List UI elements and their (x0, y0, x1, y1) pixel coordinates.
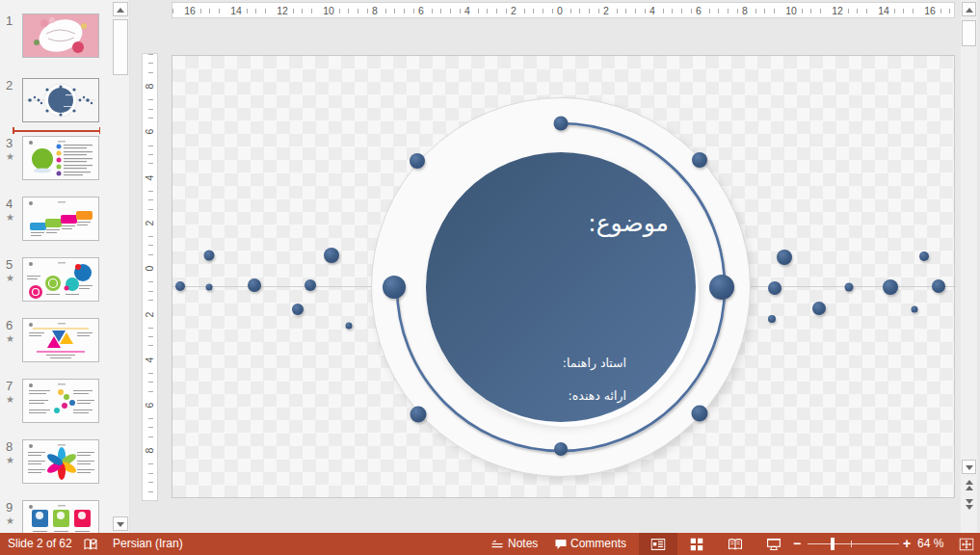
zoom-out-button[interactable]: − (793, 533, 801, 555)
slide-thumbnail-7[interactable]: 7 ★ (0, 379, 130, 423)
v-ruler-number: 2 (144, 217, 156, 229)
slide-thumbnail-image[interactable] (22, 500, 99, 533)
pink-floral-art (23, 14, 98, 57)
slide-number: 9 (6, 500, 21, 515)
animation-star-icon: ★ (6, 333, 14, 344)
slide-thumbnail-image[interactable] (22, 379, 99, 423)
h-ruler-number: 4 (647, 5, 658, 17)
notes-button[interactable]: Notes (508, 533, 538, 555)
slide-sorter-icon (691, 538, 703, 550)
zoom-slider-midpoint (851, 541, 852, 547)
slide-sorter-view-button[interactable] (677, 533, 716, 555)
green-circle-list-art (23, 137, 98, 179)
fit-slide-to-window-button[interactable] (957, 533, 976, 555)
double-arrow-up-icon (966, 480, 973, 485)
h-ruler-number: 0 (554, 5, 566, 17)
slide-title-text[interactable]: موضوع: (577, 208, 669, 239)
arrow-down-icon (117, 522, 124, 527)
v-ruler-number: 4 (144, 172, 156, 184)
slide-number: 1 (6, 13, 21, 28)
spell-check-icon[interactable] (82, 533, 99, 555)
slide-counter[interactable]: Slide 2 of 62 (8, 533, 72, 555)
four-circles-art (23, 258, 98, 301)
slide-number: 7 (6, 379, 21, 393)
slide-thumbnail-image[interactable] (22, 439, 99, 484)
thumbnail-scrollbar-thumb[interactable] (113, 19, 128, 75)
scrollbar-thumb[interactable] (962, 20, 976, 46)
previous-slide-button[interactable] (962, 480, 976, 493)
slide-number: 8 (6, 439, 21, 454)
v-ruler-number: 2 (144, 308, 156, 321)
slide-thumbnail-image[interactable] (22, 197, 99, 241)
zoom-in-button[interactable]: + (903, 533, 911, 555)
title-circle[interactable] (426, 152, 696, 422)
animation-star-icon: ★ (6, 273, 14, 283)
next-slide-button[interactable] (962, 499, 976, 513)
h-ruler-number: 16 (181, 5, 199, 17)
h-ruler-number: 12 (274, 5, 291, 17)
h-ruler-number: 6 (415, 5, 427, 17)
presenter-text[interactable]: ارائه دهنده: (542, 388, 626, 403)
v-ruler-number: 0 (144, 262, 156, 275)
triangle-cycle-art (23, 319, 98, 361)
h-ruler-number: 8 (369, 5, 381, 17)
language-indicator[interactable]: Persian (Iran) (113, 533, 183, 555)
arrow-up-icon (966, 8, 973, 13)
normal-view-icon (651, 539, 666, 550)
slide-thumbnail-6[interactable]: 6 ★ (0, 318, 130, 362)
slide-canvas[interactable]: موضوع: استاد راهنما: ارائه دهنده: (172, 55, 955, 498)
ruler-ticks (148, 54, 153, 500)
reading-view-icon (728, 539, 743, 550)
animation-star-icon: ★ (6, 394, 14, 405)
slide-thumbnail-2[interactable]: 2 (0, 78, 130, 122)
slide-thumbnail-8[interactable]: 8 ★ (0, 439, 130, 484)
slide-thumbnail-5[interactable]: 5 ★ (0, 257, 130, 302)
h-ruler-number: 14 (875, 5, 892, 17)
slide-thumbnail-4[interactable]: 4 ★ (0, 197, 130, 241)
slide-thumbnail-1[interactable]: 1 (0, 13, 130, 58)
zoom-slider-thumb[interactable] (831, 538, 834, 550)
animation-star-icon: ★ (6, 455, 14, 465)
three-cards-art (23, 501, 98, 533)
slide-thumbnail-image[interactable] (22, 257, 99, 302)
vertical-ruler[interactable]: 864202468 (142, 53, 158, 501)
petal-flower-art (23, 440, 98, 483)
h-ruler-number: 14 (227, 5, 245, 17)
slide-number: 3 (6, 136, 21, 150)
slide-number: 2 (6, 78, 21, 92)
animation-star-icon: ★ (6, 212, 14, 223)
thumbnail-scroll-up-button[interactable] (113, 2, 128, 16)
slide-thumbnail-image[interactable] (22, 318, 99, 362)
supervisor-text[interactable]: استاد راهنما: (542, 356, 626, 370)
slide-number: 4 (6, 197, 21, 211)
h-ruler-number: 12 (829, 5, 846, 17)
h-ruler-number: 10 (320, 5, 337, 17)
slide-thumbnail-image[interactable] (22, 136, 99, 180)
h-ruler-number: 10 (782, 5, 800, 17)
comments-icon (553, 533, 569, 555)
powerpoint-window: 1 2 (0, 0, 980, 555)
reading-view-button[interactable] (716, 533, 755, 555)
slideshow-view-button[interactable] (755, 533, 793, 555)
notes-icon (490, 533, 505, 555)
v-ruler-number: 6 (144, 125, 156, 138)
double-arrow-down-icon (966, 499, 973, 504)
scroll-up-button[interactable] (962, 2, 976, 16)
horizontal-ruler[interactable]: 1614121086420246810121416 (172, 2, 955, 18)
slide-thumbnail-3[interactable]: 3 ★ (0, 136, 130, 180)
v-ruler-number: 8 (144, 80, 156, 92)
slide-thumbnail-image[interactable] (22, 13, 99, 58)
zoom-level[interactable]: 64 % (917, 533, 943, 555)
slide-thumbnail-image[interactable] (22, 78, 99, 122)
dot-list-art (23, 380, 98, 422)
zoom-slider-track[interactable] (808, 543, 899, 544)
scroll-down-button[interactable] (962, 460, 976, 474)
thumbnail-scroll-down-button[interactable] (113, 516, 128, 531)
slide-thumbnail-9[interactable]: 9 ★ (0, 500, 130, 533)
comments-button[interactable]: Comments (570, 533, 626, 555)
color-steps-art (23, 198, 98, 240)
main-scrollbar (961, 0, 977, 533)
slide-thumbnail-panel: 1 2 (0, 0, 130, 533)
normal-view-button[interactable] (639, 533, 677, 555)
slideshow-icon (767, 538, 781, 550)
